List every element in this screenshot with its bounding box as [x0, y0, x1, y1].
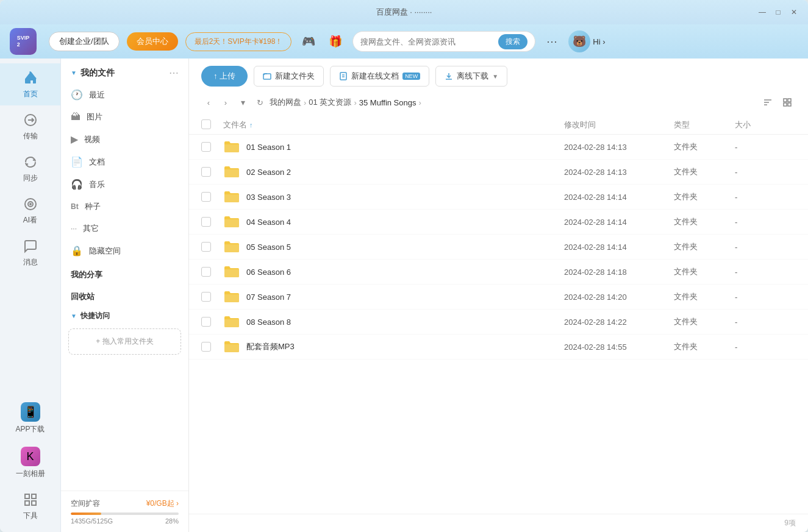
nav-item-video[interactable]: ▶ 视频	[61, 128, 188, 151]
quick-access-btn-label: + 拖入常用文件夹	[96, 337, 153, 346]
sidebar-item-transfer[interactable]: 传输	[0, 105, 60, 147]
table-row[interactable]: 01 Season 1 2024-02-28 14:13 文件夹 -	[189, 135, 808, 160]
sidebar: 首页 传输 同步	[0, 59, 61, 532]
nav-item-torrent[interactable]: Bt 种子	[61, 196, 188, 218]
storage-section: 空间扩容 ¥0/GB起 › 1435G/5125G 28%	[61, 491, 188, 532]
create-team-button[interactable]: 创建企业/团队	[49, 32, 120, 51]
row-checkbox[interactable]	[201, 242, 211, 252]
table-row[interactable]: 06 Season 6 2024-02-28 14:18 文件夹 -	[189, 260, 808, 285]
search-input[interactable]	[360, 37, 498, 46]
breadcrumb-mycloud[interactable]: 我的网盘	[270, 97, 301, 108]
sidebar-item-tools[interactable]: 下具	[0, 485, 60, 527]
table-row[interactable]: 03 Season 3 2024-02-28 14:14 文件夹 -	[189, 185, 808, 210]
table-row[interactable]: 08 Season 8 2024-02-28 14:22 文件夹 -	[189, 310, 808, 335]
sort-icon[interactable]	[759, 94, 776, 111]
row-checkbox[interactable]	[201, 317, 211, 327]
hi-text: Hi ›	[593, 37, 605, 46]
sidebar-item-sync[interactable]: 同步	[0, 147, 60, 190]
file-type: 文件夹	[674, 291, 735, 302]
table-row[interactable]: 04 Season 4 2024-02-28 14:14 文件夹 -	[189, 210, 808, 235]
row-checkbox-cell[interactable]	[201, 342, 223, 352]
row-checkbox-cell[interactable]	[201, 217, 223, 227]
header-checkbox[interactable]	[201, 119, 211, 129]
new-folder-icon	[263, 72, 271, 80]
row-checkbox[interactable]	[201, 167, 211, 177]
left-panel-more-icon[interactable]: ⋯	[169, 67, 179, 79]
window-controls: — □ ✕	[758, 8, 798, 16]
breadcrumb-english[interactable]: 01 英文资源	[309, 97, 351, 108]
maximize-button[interactable]: □	[774, 8, 782, 16]
main-layout: 首页 传输 同步	[0, 59, 808, 532]
breadcrumb-forward-button[interactable]: ›	[218, 95, 233, 110]
file-date: 2024-02-28 14:18	[564, 268, 674, 277]
row-checkbox-cell[interactable]	[201, 267, 223, 277]
sidebar-item-appdownload[interactable]: 📱 APP下载	[0, 396, 60, 441]
new-online-doc-button[interactable]: 新建在线文档 NEW	[330, 66, 429, 87]
gift-icon[interactable]: 🎁	[326, 32, 345, 51]
file-count: 9项	[784, 519, 796, 527]
col-header-name[interactable]: 文件名 ↑	[223, 119, 564, 130]
row-checkbox-cell[interactable]	[201, 167, 223, 177]
breadcrumb-refresh-button[interactable]: ↻	[252, 95, 267, 110]
sidebar-item-message[interactable]: 消息	[0, 232, 60, 274]
storage-expand-btn[interactable]: ¥0/GB起 ›	[146, 498, 179, 509]
sidebar-label-tools: 下具	[23, 511, 38, 521]
row-checkbox[interactable]	[201, 342, 211, 352]
video-icon: ▶	[71, 133, 78, 145]
table-row[interactable]: 07 Season 7 2024-02-28 14:20 文件夹 -	[189, 285, 808, 310]
close-button[interactable]: ✕	[790, 8, 798, 16]
download-icon	[445, 72, 453, 80]
breadcrumb-sep-1: ›	[304, 98, 306, 107]
search-button[interactable]: 搜索	[498, 34, 527, 49]
breadcrumb-dropdown-button[interactable]: ▾	[235, 95, 250, 110]
row-checkbox-cell[interactable]	[201, 292, 223, 302]
game-icon[interactable]: 🎮	[299, 32, 318, 51]
left-panel-header: ▼ 我的文件 ⋯	[61, 59, 188, 83]
storage-title-row: 空间扩容 ¥0/GB起 ›	[71, 498, 179, 509]
row-checkbox[interactable]	[201, 217, 211, 227]
quick-access-drop-zone[interactable]: + 拖入常用文件夹	[68, 328, 181, 355]
recycle-title[interactable]: 回收站	[61, 284, 188, 306]
breadcrumb-back-button[interactable]: ‹	[201, 95, 216, 110]
avatar-area[interactable]: 🐻 Hi ›	[568, 30, 605, 52]
more-options-icon[interactable]: ⋯	[543, 32, 561, 51]
my-share-title[interactable]: 我的分享	[61, 262, 188, 284]
nav-item-hidden[interactable]: 🔒 隐藏空间	[61, 239, 188, 262]
file-size: -	[735, 317, 796, 327]
nav-item-music[interactable]: 🎧 音乐	[61, 173, 188, 196]
table-row[interactable]: 05 Season 5 2024-02-28 14:14 文件夹 -	[189, 235, 808, 260]
promo-button[interactable]: 最后2天！SVIP年卡¥198！	[185, 32, 292, 51]
table-row[interactable]: 02 Season 2 2024-02-28 14:13 文件夹 -	[189, 160, 808, 185]
nav-item-docs[interactable]: 📄 文档	[61, 151, 188, 173]
photos-icon: 🏔	[71, 112, 80, 122]
nav-item-recent[interactable]: 🕐 最近	[61, 83, 188, 106]
offline-download-button[interactable]: 离线下载 ▼	[435, 66, 507, 87]
upload-button[interactable]: ↑ 上传	[201, 66, 248, 87]
sidebar-item-ai[interactable]: AI看	[0, 190, 60, 232]
nav-item-other[interactable]: ··· 其它	[61, 218, 188, 239]
file-name-cell: 03 Season 3	[223, 190, 564, 204]
sidebar-item-home[interactable]: 首页	[0, 63, 60, 105]
col-header-size[interactable]: 大小	[735, 119, 796, 130]
row-checkbox[interactable]	[201, 142, 211, 152]
nav-item-photos[interactable]: 🏔 图片	[61, 106, 188, 128]
row-checkbox-cell[interactable]	[201, 242, 223, 252]
row-checkbox[interactable]	[201, 292, 211, 302]
sidebar-item-moment[interactable]: K 一刻相册	[0, 441, 60, 485]
table-row[interactable]: 配套音频MP3 2024-02-28 14:55 文件夹 -	[189, 335, 808, 360]
col-header-type[interactable]: 类型	[674, 119, 735, 130]
grid-view-icon[interactable]	[779, 94, 796, 111]
avatar: 🐻	[568, 30, 590, 52]
select-all-checkbox[interactable]	[201, 119, 223, 130]
row-checkbox[interactable]	[201, 192, 211, 202]
file-name: 05 Season 5	[246, 243, 291, 252]
row-checkbox-cell[interactable]	[201, 317, 223, 327]
vip-center-button[interactable]: 会员中心	[127, 32, 178, 51]
file-name-cell: 07 Season 7	[223, 289, 564, 304]
row-checkbox[interactable]	[201, 267, 211, 277]
new-folder-button[interactable]: 新建文件夹	[254, 66, 324, 87]
col-header-modified[interactable]: 修改时间	[564, 119, 674, 130]
row-checkbox-cell[interactable]	[201, 192, 223, 202]
row-checkbox-cell[interactable]	[201, 142, 223, 152]
minimize-button[interactable]: —	[758, 8, 767, 16]
